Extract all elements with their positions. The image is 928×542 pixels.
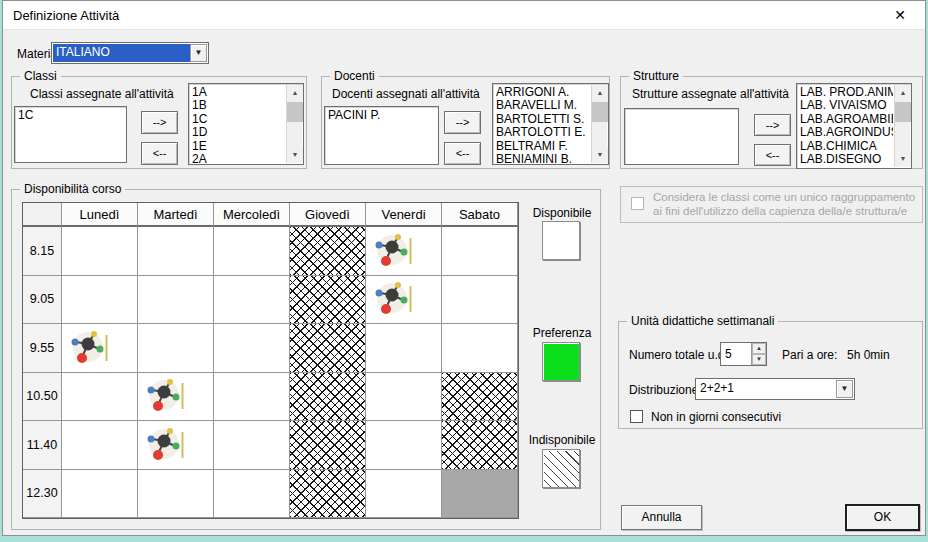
scroll-down-icon[interactable]: ▼ xyxy=(287,147,303,163)
list-item[interactable]: BENIAMINI B. xyxy=(496,153,588,163)
giorni-consecutivi-checkbox[interactable] xyxy=(630,410,643,423)
list-item[interactable]: ARRIGONI A. xyxy=(496,86,588,99)
list-item[interactable]: BARAVELLI M. xyxy=(496,99,588,112)
classi-available-listbox[interactable]: 1A1B1C1D1E2A ▲ ▼ xyxy=(188,83,304,165)
grid-cell[interactable] xyxy=(138,373,214,422)
grid-cell[interactable] xyxy=(138,276,214,325)
disponibilita-group-label: Disponibilità corso xyxy=(20,182,125,196)
spinner-down-icon[interactable]: ▼ xyxy=(752,354,766,365)
list-item[interactable]: 1B xyxy=(192,99,283,112)
classi-assigned-listbox[interactable]: 1C xyxy=(14,106,127,163)
raggruppamento-checkbox[interactable] xyxy=(631,197,644,210)
grid-cell[interactable] xyxy=(214,373,290,422)
scroll-thumb[interactable] xyxy=(287,102,303,122)
grid-cell[interactable] xyxy=(214,324,290,373)
legend-disponibile-box[interactable] xyxy=(542,221,580,260)
chevron-down-icon[interactable]: ▼ xyxy=(836,380,853,398)
legend-indisponibile-box[interactable] xyxy=(542,449,580,488)
grid-cell[interactable] xyxy=(214,227,290,276)
docenti-add-button[interactable]: --> xyxy=(444,111,481,134)
scroll-up-icon[interactable]: ▲ xyxy=(287,85,303,101)
classi-scrollbar[interactable]: ▲ ▼ xyxy=(286,85,302,163)
scroll-down-icon[interactable]: ▼ xyxy=(592,147,608,163)
scroll-thumb[interactable] xyxy=(592,102,608,122)
grid-cell[interactable] xyxy=(442,470,518,519)
scroll-up-icon[interactable]: ▲ xyxy=(895,85,911,101)
grid-cell[interactable] xyxy=(214,421,290,470)
grid-cell[interactable] xyxy=(366,276,442,325)
strutture-assigned-listbox[interactable] xyxy=(624,108,739,165)
grid-cell[interactable] xyxy=(366,373,442,422)
list-item[interactable]: 1C xyxy=(18,109,123,122)
grid-cell[interactable] xyxy=(138,421,214,470)
list-item[interactable]: 2A xyxy=(192,153,283,163)
grid-cell[interactable] xyxy=(290,373,366,422)
list-item[interactable]: LAB.AGROAMBIEN xyxy=(800,113,891,126)
list-item[interactable]: LAB.AGROINDUST xyxy=(800,126,891,139)
grid-cell[interactable] xyxy=(366,470,442,519)
grid-cell[interactable] xyxy=(62,421,138,470)
materia-select[interactable]: ITALIANO ▼ xyxy=(51,42,209,64)
list-item[interactable]: BELTRAMI F. xyxy=(496,140,588,153)
classi-add-button[interactable]: --> xyxy=(141,111,178,134)
grid-cell[interactable] xyxy=(62,373,138,422)
grid-cell[interactable] xyxy=(214,276,290,325)
spinner-up-icon[interactable]: ▲ xyxy=(752,343,766,354)
grid-cell[interactable] xyxy=(62,227,138,276)
strutture-scrollbar[interactable]: ▲ ▼ xyxy=(894,85,910,167)
grid-cell[interactable] xyxy=(442,421,518,470)
docenti-available-listbox[interactable]: ARRIGONI A.BARAVELLI M.BARTOLETTI S.BART… xyxy=(492,83,609,165)
pari-a-ore-value: 5h 0min xyxy=(847,348,890,362)
grid-cell[interactable] xyxy=(138,470,214,519)
list-item[interactable]: 1E xyxy=(192,140,283,153)
materia-selected-value: ITALIANO xyxy=(53,44,190,62)
grid-cell[interactable] xyxy=(138,227,214,276)
grid-cell[interactable] xyxy=(138,324,214,373)
docenti-assigned-listbox[interactable]: PACINI P. xyxy=(324,106,439,165)
docenti-remove-button[interactable]: <-- xyxy=(444,142,481,165)
strutture-remove-button[interactable]: <-- xyxy=(754,144,791,166)
docenti-scrollbar[interactable]: ▲ ▼ xyxy=(591,85,607,163)
list-item[interactable]: LAB. PROD.ANIMA xyxy=(800,86,891,99)
list-item[interactable]: BARTOLETTI S. xyxy=(496,113,588,126)
grid-cell[interactable] xyxy=(442,373,518,422)
scroll-up-icon[interactable]: ▲ xyxy=(592,85,608,101)
grid-cell[interactable] xyxy=(366,324,442,373)
close-icon[interactable]: ✕ xyxy=(879,1,921,30)
classi-remove-button[interactable]: <-- xyxy=(141,142,178,165)
strutture-add-button[interactable]: --> xyxy=(754,114,791,136)
scroll-down-icon[interactable]: ▼ xyxy=(895,151,911,167)
grid-cell[interactable] xyxy=(62,470,138,519)
list-item[interactable]: PACINI P. xyxy=(328,109,435,122)
distribuzione-value: 2+2+1 xyxy=(697,380,836,398)
ok-button[interactable]: OK xyxy=(845,504,920,531)
grid-cell[interactable] xyxy=(442,227,518,276)
grid-cell[interactable] xyxy=(290,276,366,325)
grid-cell[interactable] xyxy=(442,276,518,325)
grid-cell[interactable] xyxy=(366,227,442,276)
time-header: 9.05 xyxy=(23,276,62,325)
list-item[interactable]: 1C xyxy=(192,113,283,126)
distribuzione-select[interactable]: 2+2+1 ▼ xyxy=(695,378,855,400)
list-item[interactable]: LAB. VIVAISMO xyxy=(800,99,891,112)
list-item[interactable]: 1A xyxy=(192,86,283,99)
numero-ud-stepper[interactable]: 5 ▲ ▼ xyxy=(720,342,767,366)
strutture-available-listbox[interactable]: LAB. PROD.ANIMALAB. VIVAISMOLAB.AGROAMBI… xyxy=(796,83,912,169)
list-item[interactable]: 1D xyxy=(192,126,283,139)
chevron-down-icon[interactable]: ▼ xyxy=(190,44,207,62)
grid-cell[interactable] xyxy=(290,227,366,276)
grid-cell[interactable] xyxy=(290,324,366,373)
annulla-button[interactable]: Annulla xyxy=(621,505,702,530)
grid-cell[interactable] xyxy=(214,470,290,519)
list-item[interactable]: LAB.CHIMICA xyxy=(800,140,891,153)
scroll-thumb[interactable] xyxy=(895,102,911,122)
legend-preferenza-box[interactable] xyxy=(542,342,580,381)
grid-cell[interactable] xyxy=(62,276,138,325)
grid-cell[interactable] xyxy=(442,324,518,373)
grid-cell[interactable] xyxy=(62,324,138,373)
list-item[interactable]: BARTOLOTTI E. xyxy=(496,126,588,139)
grid-cell[interactable] xyxy=(290,421,366,470)
list-item[interactable]: LAB.DISEGNO xyxy=(800,153,891,166)
grid-cell[interactable] xyxy=(366,421,442,470)
grid-cell[interactable] xyxy=(290,470,366,519)
